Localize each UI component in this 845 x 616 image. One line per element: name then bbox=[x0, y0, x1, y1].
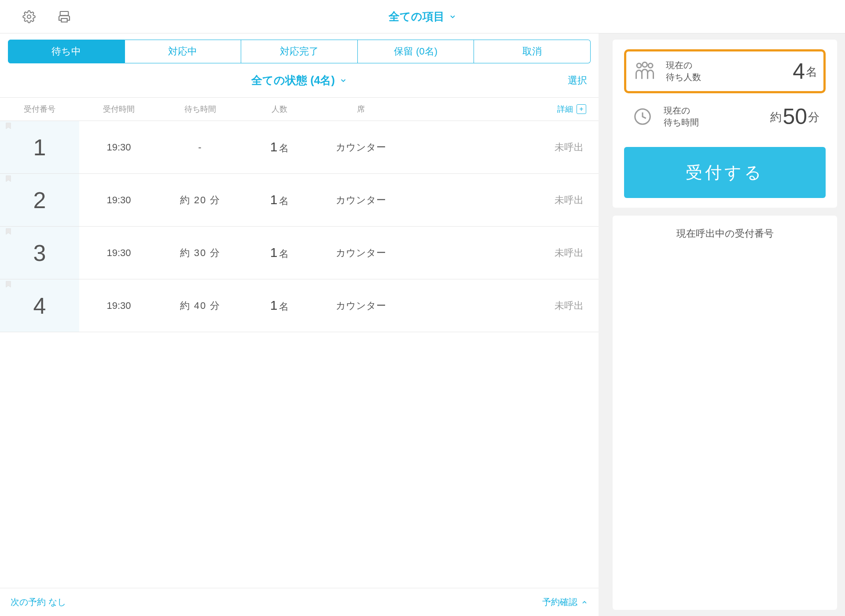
cell-people: 1名 bbox=[242, 245, 317, 260]
filter-dropdown[interactable]: 全ての状態 (4名) bbox=[251, 73, 347, 88]
printer-icon bbox=[57, 10, 71, 24]
wait-people-l1: 現在の bbox=[666, 59, 701, 71]
tab-cancel[interactable]: 取消 bbox=[474, 40, 591, 63]
bookmark-icon bbox=[4, 226, 12, 237]
stat-wait-time: 現在の 待ち時間 約 50 分 bbox=[624, 97, 826, 136]
queue-rows: 119:30-1名カウンター未呼出219:30約 20 分1名カウンター未呼出3… bbox=[0, 121, 599, 588]
cell-recv-time: 19:30 bbox=[79, 300, 158, 312]
wait-time-l1: 現在の bbox=[664, 105, 699, 117]
wait-time-value: 50 bbox=[783, 106, 807, 128]
bookmark-icon bbox=[4, 279, 12, 290]
bookmark-icon bbox=[4, 173, 12, 184]
cell-recv-time: 19:30 bbox=[79, 142, 158, 153]
plus-icon: + bbox=[577, 104, 586, 114]
cell-seat: カウンター bbox=[317, 194, 405, 207]
col-seat: 席 bbox=[317, 104, 405, 114]
cell-people: 1名 bbox=[242, 192, 317, 208]
column-headers: 受付番号 受付時間 待ち時間 人数 席 詳細 + bbox=[0, 98, 599, 121]
filter-row: 全ての状態 (4名) 選択 bbox=[0, 63, 599, 98]
cell-wait-time: 約 30 分 bbox=[158, 246, 242, 260]
queue-panel: 待ち中 対応中 対応完了 保留 (0名) 取消 全ての状態 (4名) 選択 受付… bbox=[0, 33, 605, 616]
table-row[interactable]: 319:30約 30 分1名カウンター未呼出 bbox=[0, 227, 599, 279]
table-row[interactable]: 119:30-1名カウンター未呼出 bbox=[0, 121, 599, 174]
chevron-down-icon bbox=[339, 77, 347, 84]
cell-recv-time: 19:30 bbox=[79, 194, 158, 206]
wait-time-prefix: 約 bbox=[770, 110, 782, 125]
stat-card: 現在の 待ち人数 4 名 現在の 待ち時間 bbox=[613, 40, 837, 208]
reservation-confirm[interactable]: 予約確認 bbox=[542, 596, 588, 608]
col-wait-time: 待ち時間 bbox=[158, 104, 242, 114]
chevron-up-icon bbox=[581, 599, 588, 606]
cell-seat: カウンター bbox=[317, 141, 405, 154]
cell-status: 未呼出 bbox=[405, 194, 599, 207]
cell-wait-time: - bbox=[158, 142, 242, 153]
wait-people-l2: 待ち人数 bbox=[666, 71, 701, 83]
people-icon bbox=[633, 60, 656, 83]
table-row[interactable]: 219:30約 20 分1名カウンター未呼出 bbox=[0, 174, 599, 227]
tab-waiting[interactable]: 待ち中 bbox=[8, 40, 125, 63]
topbar: 全ての項目 bbox=[0, 0, 845, 33]
detail-label: 詳細 bbox=[557, 104, 573, 114]
cell-wait-time: 約 40 分 bbox=[158, 299, 242, 312]
table-row[interactable]: 419:30約 40 分1名カウンター未呼出 bbox=[0, 279, 599, 332]
col-recv-time: 受付時間 bbox=[79, 104, 158, 114]
svg-point-3 bbox=[643, 62, 647, 67]
cell-people: 1名 bbox=[242, 298, 317, 313]
wait-time-suffix: 分 bbox=[808, 110, 819, 125]
clock-icon bbox=[632, 106, 653, 127]
svg-point-0 bbox=[27, 15, 31, 18]
confirm-label: 予約確認 bbox=[542, 596, 577, 608]
chevron-down-icon bbox=[449, 13, 457, 21]
cell-seat: カウンター bbox=[317, 299, 405, 312]
cell-status: 未呼出 bbox=[405, 246, 599, 260]
col-number: 受付番号 bbox=[0, 104, 79, 114]
svg-rect-1 bbox=[60, 11, 69, 15]
filter-label: 全ての状態 (4名) bbox=[251, 73, 335, 88]
side-panel: 現在の 待ち人数 4 名 現在の 待ち時間 bbox=[605, 33, 845, 616]
cell-recv-time: 19:30 bbox=[79, 247, 158, 259]
tab-serving[interactable]: 対応中 bbox=[125, 40, 242, 63]
status-tabbar: 待ち中 対応中 対応完了 保留 (0名) 取消 bbox=[0, 33, 599, 63]
svg-point-2 bbox=[637, 63, 641, 68]
col-detail[interactable]: 詳細 + bbox=[405, 104, 592, 114]
cell-wait-time: 約 20 分 bbox=[158, 194, 242, 207]
cell-status: 未呼出 bbox=[405, 141, 599, 154]
category-dropdown[interactable]: 全ての項目 bbox=[389, 9, 457, 24]
svg-point-4 bbox=[648, 63, 653, 68]
calling-title: 現在呼出中の受付番号 bbox=[624, 227, 826, 240]
wait-people-value: 4 bbox=[793, 60, 805, 82]
wait-people-suffix: 名 bbox=[806, 64, 817, 80]
category-label: 全ての項目 bbox=[389, 9, 445, 24]
footer-bar: 次の予約 なし 予約確認 bbox=[0, 588, 599, 616]
stat-wait-people: 現在の 待ち人数 4 名 bbox=[624, 49, 826, 93]
bookmark-icon bbox=[4, 121, 12, 131]
calling-card: 現在呼出中の受付番号 bbox=[613, 216, 837, 610]
tab-done[interactable]: 対応完了 bbox=[241, 40, 358, 63]
settings-button[interactable] bbox=[19, 7, 39, 26]
cell-people: 1名 bbox=[242, 139, 317, 155]
gear-icon bbox=[22, 10, 36, 23]
printer-button[interactable] bbox=[55, 7, 74, 26]
cell-seat: カウンター bbox=[317, 246, 405, 260]
tab-hold[interactable]: 保留 (0名) bbox=[358, 40, 474, 63]
cell-status: 未呼出 bbox=[405, 299, 599, 312]
col-people: 人数 bbox=[242, 104, 317, 114]
accept-button[interactable]: 受付する bbox=[624, 147, 826, 198]
next-reservation[interactable]: 次の予約 なし bbox=[11, 596, 66, 608]
wait-time-l2: 待ち時間 bbox=[664, 117, 699, 128]
select-button[interactable]: 選択 bbox=[568, 74, 587, 87]
